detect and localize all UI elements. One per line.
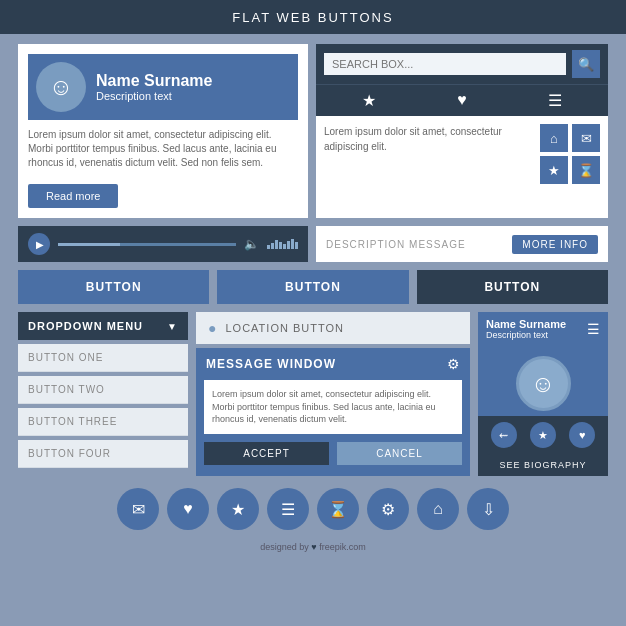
circle-star-icon[interactable]: ★ [217,488,259,530]
menu-icon[interactable]: ☰ [548,91,562,110]
mobile-header: Name Surname Description text ☰ [478,312,608,346]
profile-body-text: Lorem ipsum dolor sit amet, consectetur … [28,120,298,178]
circle-download-icon[interactable]: ⇩ [467,488,509,530]
progress-fill [58,243,120,246]
progress-bar[interactable] [58,243,236,246]
star-icon[interactable]: ★ [362,91,376,110]
message-window: MESSAGE WINDOW ⚙ Lorem ipsum dolor sit a… [196,348,470,476]
search-bar: 🔍 [316,44,608,84]
mobile-actions: ⇜ ★ ♥ [478,416,608,454]
circle-mail-icon[interactable]: ✉ [117,488,159,530]
vol-bar-3 [275,240,278,249]
mail-icon-btn[interactable]: ✉ [572,124,600,152]
vol-bar-8 [295,242,298,249]
circle-rss-icon[interactable]: ⌛ [317,488,359,530]
mobile-share-btn[interactable]: ⇜ [491,422,517,448]
dropdown-label: DROPDOWN MENU [28,320,143,332]
footer-brand: ♥ [311,542,319,552]
mobile-desc-text: Description text [486,330,566,340]
home-icon-btn[interactable]: ⌂ [540,124,568,152]
vol-bar-6 [287,241,290,249]
rss-icon-btn[interactable]: ⌛ [572,156,600,184]
list-item-4[interactable]: BUTTON FOUR [18,440,188,468]
play-icon: ▶ [36,239,44,250]
volume-bars [267,239,298,249]
mobile-body: ☺ [478,346,608,416]
avatar: ☺ [36,62,86,112]
middle-column: ● LOCATION BUTTON MESSAGE WINDOW ⚙ Lorem… [196,312,470,476]
play-button[interactable]: ▶ [28,233,50,255]
mobile-avatar: ☺ [516,356,571,411]
mobile-name: Name Surname Description text [486,318,566,340]
list-item-1[interactable]: BUTTON ONE [18,344,188,372]
footer: designed by ♥ freepik.com [18,542,608,552]
footer-text: designed by [260,542,309,552]
header-bar: FLAT WEB BUTTONS [0,0,626,34]
heart-icon[interactable]: ♥ [457,91,467,110]
dropdown-button[interactable]: DROPDOWN MENU ▼ [18,312,188,340]
mobile-user-icon: ☺ [531,370,556,398]
left-column: DROPDOWN MENU ▼ BUTTON ONE BUTTON TWO BU… [18,312,188,476]
vol-bar-2 [271,243,274,249]
search-body-text: Lorem ipsum dolor sit amet, consectetur … [324,124,532,184]
description-message: DESCRIPTION MESSAGE MORE INFO [316,226,608,262]
icon-row: ★ ♥ ☰ [316,84,608,116]
chevron-down-icon: ▼ [167,321,178,332]
footer-brand-name: freepik.com [319,542,366,552]
profile-card: ☺ Name Surname Description text Lorem ip… [18,44,308,218]
search-input[interactable] [324,53,566,75]
header-title: FLAT WEB BUTTONS [232,10,393,25]
button-2[interactable]: BUTTON [217,270,408,304]
profile-name: Name Surname Description text [96,72,213,102]
location-button[interactable]: ● LOCATION BUTTON [196,312,470,344]
more-info-button[interactable]: MORE INFO [512,235,598,254]
circle-heart-icon[interactable]: ♥ [167,488,209,530]
button-3[interactable]: BUTTON [417,270,608,304]
search-card: 🔍 ★ ♥ ☰ Lorem ipsum dolor sit amet, cons… [316,44,608,218]
cancel-button[interactable]: CANCEL [337,442,462,465]
volume-icon: 🔈 [244,237,259,251]
mobile-name-text: Name Surname [486,318,566,330]
vol-bar-7 [291,239,294,249]
vol-bar-1 [267,245,270,249]
search-icon: 🔍 [578,57,594,72]
mobile-heart-btn[interactable]: ♥ [569,422,595,448]
read-more-button[interactable]: Read more [28,184,118,208]
location-icon: ● [208,320,217,336]
vol-bar-4 [279,242,282,249]
list-item-2[interactable]: BUTTON TWO [18,376,188,404]
location-label: LOCATION BUTTON [225,322,344,334]
message-title: MESSAGE WINDOW [206,357,336,371]
profile-name-text: Name Surname [96,72,213,90]
icon-grid: ⌂ ✉ ★ ⌛ [540,124,600,184]
mobile-card: Name Surname Description text ☰ ☺ ⇜ ★ ♥ … [478,312,608,476]
list-item-3[interactable]: BUTTON THREE [18,408,188,436]
circle-home-icon[interactable]: ⌂ [417,488,459,530]
media-player: ▶ 🔈 [18,226,308,262]
message-header: MESSAGE WINDOW ⚙ [196,348,470,380]
profile-top: ☺ Name Surname Description text [28,54,298,120]
vol-bar-5 [283,244,286,249]
description-message-text: DESCRIPTION MESSAGE [326,239,466,250]
see-biography-button[interactable]: SEE BIOGRAPHY [478,454,608,476]
accept-button[interactable]: ACCEPT [204,442,329,465]
circle-menu-icon[interactable]: ☰ [267,488,309,530]
icon-circles-row: ✉ ♥ ★ ☰ ⌛ ⚙ ⌂ ⇩ [18,488,608,530]
profile-description: Description text [96,90,213,102]
message-footer: ACCEPT CANCEL [196,434,470,473]
mobile-star-btn[interactable]: ★ [530,422,556,448]
user-icon: ☺ [49,73,74,101]
button-1[interactable]: BUTTON [18,270,209,304]
message-body: Lorem ipsum dolor sit amet, consectetur … [204,380,462,434]
search-body: Lorem ipsum dolor sit amet, consectetur … [316,116,608,192]
star-icon-btn[interactable]: ★ [540,156,568,184]
circle-gear-icon[interactable]: ⚙ [367,488,409,530]
search-button[interactable]: 🔍 [572,50,600,78]
hamburger-icon[interactable]: ☰ [587,321,600,337]
gear-icon[interactable]: ⚙ [447,356,460,372]
